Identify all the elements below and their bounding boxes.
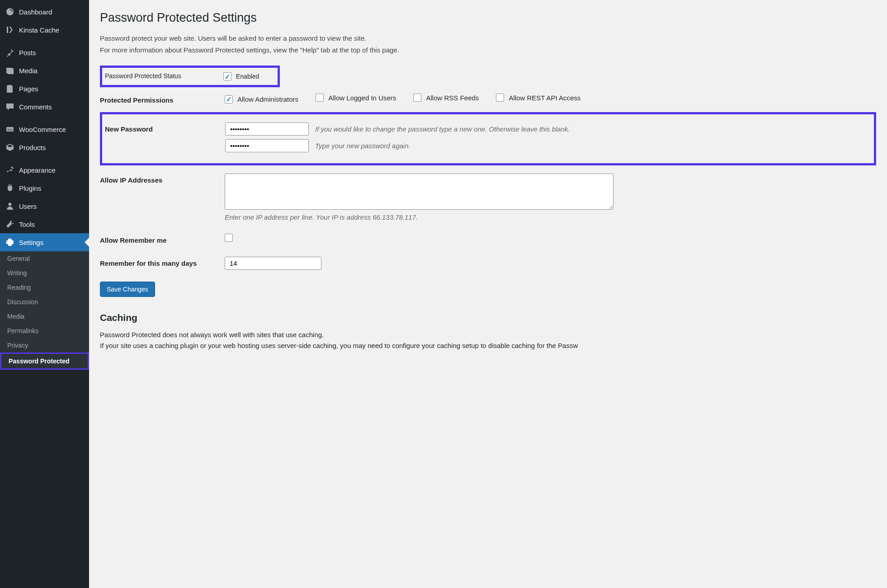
pages-icon [5,84,14,93]
settings-icon [5,238,14,247]
sidebar-item-label: Users [19,202,37,210]
caching-text: Password Protected does not always work … [100,329,876,351]
kinsta-icon [5,25,14,34]
ip-row: Allow IP Addresses Enter one IP address … [100,167,876,227]
tools-icon [5,220,14,229]
enabled-checkbox[interactable] [223,72,231,80]
submenu-item-privacy[interactable]: Privacy [0,338,89,353]
admin-menu: Dashboard Kinsta Cache Posts Media Pages… [0,3,89,251]
status-highlight-box: Password Protected Status Enabled [100,66,280,87]
sidebar-item-label: WooCommerce [19,126,66,133]
products-icon [5,143,14,152]
perm-rss-checkbox[interactable] [413,94,421,102]
perm-admin-checkbox[interactable] [225,95,233,103]
sidebar-item-label: Appearance [19,166,56,174]
sidebar-item-settings[interactable]: Settings [0,233,89,251]
pin-icon [5,48,14,57]
comments-icon [5,102,14,111]
sidebar-item-label: Dashboard [19,8,52,16]
description-line: Password protect your web site. Users wi… [100,33,876,44]
new-password-hint: If you would like to change the password… [315,125,570,133]
perm-rss-option[interactable]: Allow RSS Feeds [413,94,479,102]
confirm-password-hint: Type your new password again. [315,142,410,150]
perm-logged-option[interactable]: Allow Logged In Users [316,94,396,102]
sidebar-item-users[interactable]: Users [0,197,89,215]
media-icon [5,66,14,75]
svg-point-2 [9,203,12,206]
perm-rss-text: Allow RSS Feeds [426,94,479,102]
caching-title: Caching [100,312,876,323]
sidebar-item-appearance[interactable]: Appearance [0,161,89,179]
confirm-password-input[interactable] [225,139,309,152]
days-row: Remember for this many days [100,250,876,276]
permissions-row: Protected Permissions Allow Administrato… [100,87,876,110]
remember-row: Allow Remember me [100,227,876,250]
submenu-item-media[interactable]: Media [0,309,89,324]
sidebar-item-label: Pages [19,85,38,93]
page-description: Password protect your web site. Users wi… [100,33,876,56]
dashboard-icon [5,7,14,16]
perm-logged-text: Allow Logged In Users [328,94,396,102]
sidebar-item-label: Posts [19,49,36,56]
users-icon [5,202,14,211]
caching-line: Password Protected does not always work … [100,329,876,340]
status-label: Password Protected Status [102,72,223,80]
remember-label: Allow Remember me [100,234,225,244]
enabled-option[interactable]: Enabled [223,72,259,80]
sidebar-item-media[interactable]: Media [0,61,89,80]
ip-label: Allow IP Addresses [100,174,225,184]
new-password-input[interactable] [225,122,309,136]
save-button[interactable]: Save Changes [100,282,155,297]
sidebar-item-label: Settings [19,239,43,246]
new-password-label: New Password [105,122,225,133]
sidebar-item-label: Comments [19,103,52,111]
perm-rest-text: Allow REST API Access [509,94,580,102]
page-title: Password Protected Settings [100,11,876,25]
sidebar-item-label: Kinsta Cache [19,26,59,34]
sidebar-item-products[interactable]: Products [0,138,89,156]
woocommerce-icon: woo [5,125,14,134]
settings-submenu: General Writing Reading Discussion Media… [0,251,89,370]
days-label: Remember for this many days [100,257,225,267]
caching-line: If your site uses a caching plugin or yo… [100,340,876,351]
submenu-item-reading[interactable]: Reading [0,280,89,295]
enabled-text: Enabled [236,73,259,80]
ip-textarea[interactable] [225,174,613,210]
sidebar-item-label: Media [19,67,38,75]
submenu-item-writing[interactable]: Writing [0,266,89,280]
sidebar-item-kinsta-cache[interactable]: Kinsta Cache [0,21,89,39]
remember-checkbox[interactable] [225,234,233,242]
sidebar-item-plugins[interactable]: Plugins [0,179,89,197]
main-content: Password Protected Settings Password pro… [89,0,887,588]
sidebar-item-label: Tools [19,221,35,228]
sidebar-item-comments[interactable]: Comments [0,98,89,116]
submenu-item-permalinks[interactable]: Permalinks [0,324,89,338]
perm-admin-text: Allow Administrators [237,95,298,103]
sidebar-item-woocommerce[interactable]: wooWooCommerce [0,120,89,138]
perm-logged-checkbox[interactable] [316,94,324,102]
submenu-item-password-protected[interactable]: Password Protected [0,353,89,370]
appearance-icon [5,165,14,174]
days-input[interactable] [225,257,321,270]
submenu-item-discussion[interactable]: Discussion [0,295,89,309]
sidebar-item-posts[interactable]: Posts [0,43,89,61]
sidebar-item-label: Plugins [19,184,41,192]
permissions-label: Protected Permissions [100,94,225,104]
perm-rest-option[interactable]: Allow REST API Access [496,94,580,102]
submenu-item-general[interactable]: General [0,251,89,266]
sidebar-item-label: Products [19,144,46,151]
perm-admin-option[interactable]: Allow Administrators [225,95,298,103]
admin-sidebar: Dashboard Kinsta Cache Posts Media Pages… [0,0,89,588]
sidebar-item-tools[interactable]: Tools [0,215,89,233]
sidebar-item-dashboard[interactable]: Dashboard [0,3,89,21]
description-line: For more information about Password Prot… [100,45,876,56]
plugins-icon [5,183,14,193]
new-password-highlight-box: New Password If you would like to change… [100,112,876,165]
perm-rest-checkbox[interactable] [496,94,504,102]
sidebar-item-pages[interactable]: Pages [0,80,89,98]
ip-hint: Enter one IP address per line. Your IP i… [225,213,876,221]
svg-text:woo: woo [7,128,13,131]
